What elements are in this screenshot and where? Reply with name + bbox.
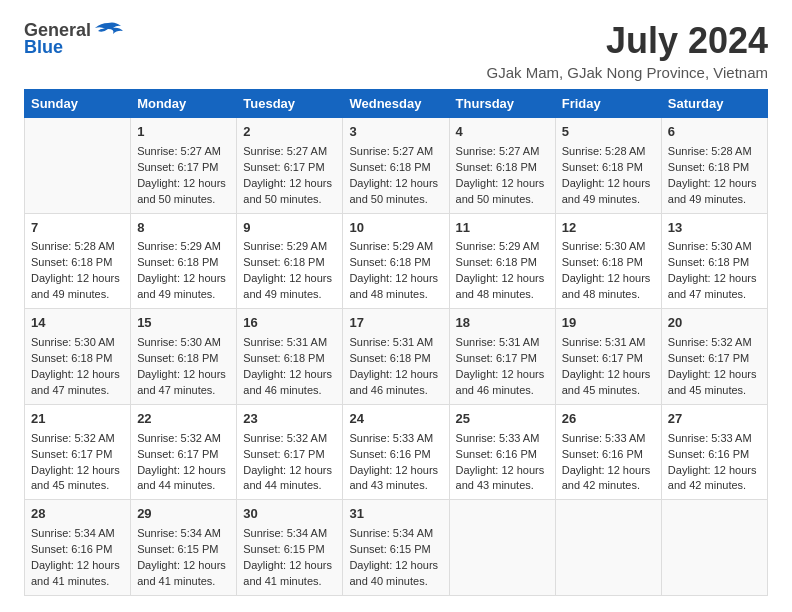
calendar-cell: 28Sunrise: 5:34 AM Sunset: 6:16 PM Dayli…	[25, 500, 131, 596]
day-info: Sunrise: 5:29 AM Sunset: 6:18 PM Dayligh…	[349, 239, 442, 303]
day-info: Sunrise: 5:34 AM Sunset: 6:15 PM Dayligh…	[349, 526, 442, 590]
column-header-tuesday: Tuesday	[237, 90, 343, 118]
calendar-cell: 9Sunrise: 5:29 AM Sunset: 6:18 PM Daylig…	[237, 213, 343, 309]
day-info: Sunrise: 5:28 AM Sunset: 6:18 PM Dayligh…	[31, 239, 124, 303]
column-header-wednesday: Wednesday	[343, 90, 449, 118]
day-info: Sunrise: 5:32 AM Sunset: 6:17 PM Dayligh…	[243, 431, 336, 495]
calendar-cell: 15Sunrise: 5:30 AM Sunset: 6:18 PM Dayli…	[131, 309, 237, 405]
calendar-cell: 29Sunrise: 5:34 AM Sunset: 6:15 PM Dayli…	[131, 500, 237, 596]
day-info: Sunrise: 5:33 AM Sunset: 6:16 PM Dayligh…	[456, 431, 549, 495]
day-number: 7	[31, 219, 124, 238]
day-number: 1	[137, 123, 230, 142]
column-header-thursday: Thursday	[449, 90, 555, 118]
day-number: 31	[349, 505, 442, 524]
calendar-week-row: 21Sunrise: 5:32 AM Sunset: 6:17 PM Dayli…	[25, 404, 768, 500]
day-number: 22	[137, 410, 230, 429]
day-info: Sunrise: 5:30 AM Sunset: 6:18 PM Dayligh…	[562, 239, 655, 303]
day-info: Sunrise: 5:33 AM Sunset: 6:16 PM Dayligh…	[349, 431, 442, 495]
calendar-cell: 17Sunrise: 5:31 AM Sunset: 6:18 PM Dayli…	[343, 309, 449, 405]
calendar-cell: 11Sunrise: 5:29 AM Sunset: 6:18 PM Dayli…	[449, 213, 555, 309]
subtitle: GJak Mam, GJak Nong Province, Vietnam	[487, 64, 769, 81]
day-number: 8	[137, 219, 230, 238]
day-number: 10	[349, 219, 442, 238]
day-number: 11	[456, 219, 549, 238]
calendar-cell: 6Sunrise: 5:28 AM Sunset: 6:18 PM Daylig…	[661, 118, 767, 214]
column-header-sunday: Sunday	[25, 90, 131, 118]
day-number: 25	[456, 410, 549, 429]
calendar-cell: 21Sunrise: 5:32 AM Sunset: 6:17 PM Dayli…	[25, 404, 131, 500]
calendar-cell: 26Sunrise: 5:33 AM Sunset: 6:16 PM Dayli…	[555, 404, 661, 500]
calendar-cell: 27Sunrise: 5:33 AM Sunset: 6:16 PM Dayli…	[661, 404, 767, 500]
day-number: 21	[31, 410, 124, 429]
day-info: Sunrise: 5:33 AM Sunset: 6:16 PM Dayligh…	[562, 431, 655, 495]
day-info: Sunrise: 5:34 AM Sunset: 6:15 PM Dayligh…	[137, 526, 230, 590]
day-info: Sunrise: 5:28 AM Sunset: 6:18 PM Dayligh…	[562, 144, 655, 208]
calendar-week-row: 14Sunrise: 5:30 AM Sunset: 6:18 PM Dayli…	[25, 309, 768, 405]
column-header-monday: Monday	[131, 90, 237, 118]
day-number: 28	[31, 505, 124, 524]
calendar-week-row: 1Sunrise: 5:27 AM Sunset: 6:17 PM Daylig…	[25, 118, 768, 214]
day-number: 14	[31, 314, 124, 333]
day-number: 15	[137, 314, 230, 333]
day-info: Sunrise: 5:27 AM Sunset: 6:17 PM Dayligh…	[137, 144, 230, 208]
column-header-saturday: Saturday	[661, 90, 767, 118]
calendar-cell: 24Sunrise: 5:33 AM Sunset: 6:16 PM Dayli…	[343, 404, 449, 500]
logo-blue: Blue	[24, 37, 63, 58]
day-info: Sunrise: 5:30 AM Sunset: 6:18 PM Dayligh…	[137, 335, 230, 399]
day-number: 2	[243, 123, 336, 142]
main-title: July 2024	[487, 20, 769, 62]
calendar-week-row: 7Sunrise: 5:28 AM Sunset: 6:18 PM Daylig…	[25, 213, 768, 309]
calendar-header-row: SundayMondayTuesdayWednesdayThursdayFrid…	[25, 90, 768, 118]
calendar-cell: 5Sunrise: 5:28 AM Sunset: 6:18 PM Daylig…	[555, 118, 661, 214]
day-info: Sunrise: 5:32 AM Sunset: 6:17 PM Dayligh…	[31, 431, 124, 495]
calendar-cell: 14Sunrise: 5:30 AM Sunset: 6:18 PM Dayli…	[25, 309, 131, 405]
calendar-cell: 20Sunrise: 5:32 AM Sunset: 6:17 PM Dayli…	[661, 309, 767, 405]
calendar-cell: 2Sunrise: 5:27 AM Sunset: 6:17 PM Daylig…	[237, 118, 343, 214]
calendar-cell: 25Sunrise: 5:33 AM Sunset: 6:16 PM Dayli…	[449, 404, 555, 500]
day-number: 12	[562, 219, 655, 238]
day-info: Sunrise: 5:34 AM Sunset: 6:16 PM Dayligh…	[31, 526, 124, 590]
day-number: 17	[349, 314, 442, 333]
day-info: Sunrise: 5:27 AM Sunset: 6:17 PM Dayligh…	[243, 144, 336, 208]
calendar-cell: 4Sunrise: 5:27 AM Sunset: 6:18 PM Daylig…	[449, 118, 555, 214]
logo-bird-icon	[93, 21, 123, 41]
day-number: 6	[668, 123, 761, 142]
calendar-week-row: 28Sunrise: 5:34 AM Sunset: 6:16 PM Dayli…	[25, 500, 768, 596]
day-info: Sunrise: 5:31 AM Sunset: 6:17 PM Dayligh…	[562, 335, 655, 399]
calendar-cell: 13Sunrise: 5:30 AM Sunset: 6:18 PM Dayli…	[661, 213, 767, 309]
calendar-cell	[661, 500, 767, 596]
day-info: Sunrise: 5:32 AM Sunset: 6:17 PM Dayligh…	[137, 431, 230, 495]
calendar-cell: 16Sunrise: 5:31 AM Sunset: 6:18 PM Dayli…	[237, 309, 343, 405]
day-info: Sunrise: 5:29 AM Sunset: 6:18 PM Dayligh…	[243, 239, 336, 303]
day-info: Sunrise: 5:31 AM Sunset: 6:18 PM Dayligh…	[349, 335, 442, 399]
day-number: 29	[137, 505, 230, 524]
calendar-cell: 7Sunrise: 5:28 AM Sunset: 6:18 PM Daylig…	[25, 213, 131, 309]
day-info: Sunrise: 5:32 AM Sunset: 6:17 PM Dayligh…	[668, 335, 761, 399]
calendar-cell: 18Sunrise: 5:31 AM Sunset: 6:17 PM Dayli…	[449, 309, 555, 405]
day-info: Sunrise: 5:29 AM Sunset: 6:18 PM Dayligh…	[137, 239, 230, 303]
day-info: Sunrise: 5:29 AM Sunset: 6:18 PM Dayligh…	[456, 239, 549, 303]
calendar-cell: 1Sunrise: 5:27 AM Sunset: 6:17 PM Daylig…	[131, 118, 237, 214]
calendar-cell: 30Sunrise: 5:34 AM Sunset: 6:15 PM Dayli…	[237, 500, 343, 596]
day-info: Sunrise: 5:30 AM Sunset: 6:18 PM Dayligh…	[668, 239, 761, 303]
calendar-cell: 22Sunrise: 5:32 AM Sunset: 6:17 PM Dayli…	[131, 404, 237, 500]
day-number: 4	[456, 123, 549, 142]
title-block: July 2024 GJak Mam, GJak Nong Province, …	[487, 20, 769, 81]
day-number: 16	[243, 314, 336, 333]
day-info: Sunrise: 5:34 AM Sunset: 6:15 PM Dayligh…	[243, 526, 336, 590]
day-number: 13	[668, 219, 761, 238]
day-info: Sunrise: 5:27 AM Sunset: 6:18 PM Dayligh…	[456, 144, 549, 208]
day-number: 30	[243, 505, 336, 524]
calendar-cell: 19Sunrise: 5:31 AM Sunset: 6:17 PM Dayli…	[555, 309, 661, 405]
day-number: 18	[456, 314, 549, 333]
calendar-cell: 10Sunrise: 5:29 AM Sunset: 6:18 PM Dayli…	[343, 213, 449, 309]
day-info: Sunrise: 5:30 AM Sunset: 6:18 PM Dayligh…	[31, 335, 124, 399]
calendar-cell: 23Sunrise: 5:32 AM Sunset: 6:17 PM Dayli…	[237, 404, 343, 500]
day-number: 9	[243, 219, 336, 238]
day-info: Sunrise: 5:31 AM Sunset: 6:18 PM Dayligh…	[243, 335, 336, 399]
calendar-cell: 3Sunrise: 5:27 AM Sunset: 6:18 PM Daylig…	[343, 118, 449, 214]
calendar-cell: 8Sunrise: 5:29 AM Sunset: 6:18 PM Daylig…	[131, 213, 237, 309]
calendar-cell	[25, 118, 131, 214]
day-number: 20	[668, 314, 761, 333]
day-info: Sunrise: 5:28 AM Sunset: 6:18 PM Dayligh…	[668, 144, 761, 208]
